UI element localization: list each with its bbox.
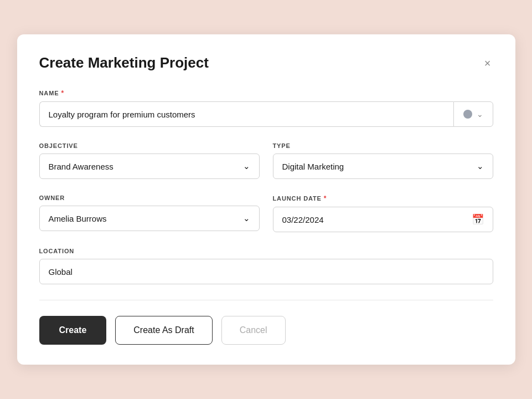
- name-row: ⌄: [39, 101, 493, 127]
- type-select[interactable]: Digital Marketing ⌄: [273, 154, 493, 179]
- color-picker-dropdown[interactable]: ⌄: [453, 101, 493, 127]
- owner-value: Amelia Burrows: [49, 214, 107, 223]
- name-input[interactable]: [39, 101, 453, 127]
- location-section: LOCATION: [39, 248, 493, 284]
- divider: [39, 300, 493, 300]
- owner-chevron-icon: ⌄: [243, 213, 250, 223]
- name-required-star: *: [61, 89, 64, 97]
- type-value: Digital Marketing: [282, 162, 344, 171]
- location-label: LOCATION: [39, 248, 493, 254]
- button-row: Create Create As Draft Cancel: [39, 316, 493, 345]
- owner-label: OWNER: [39, 195, 260, 201]
- owner-group: OWNER Amelia Burrows ⌄: [39, 195, 260, 232]
- objective-type-section: OBJECTIVE Brand Awareness ⌄ TYPE Digital…: [39, 142, 493, 179]
- cancel-button[interactable]: Cancel: [221, 316, 286, 345]
- type-chevron-icon: ⌄: [477, 161, 484, 171]
- objective-label: OBJECTIVE: [39, 142, 260, 149]
- type-label: TYPE: [273, 142, 493, 149]
- create-button[interactable]: Create: [39, 316, 107, 345]
- launch-date-label: LAUNCH DATE *: [273, 195, 493, 202]
- name-label: NAME *: [39, 89, 493, 97]
- modal-dialog: Create Marketing Project × NAME * ⌄ OBJE…: [17, 34, 515, 365]
- close-button[interactable]: ×: [482, 55, 493, 71]
- owner-date-section: OWNER Amelia Burrows ⌄ LAUNCH DATE * 03/…: [39, 195, 493, 232]
- name-section: NAME * ⌄: [39, 89, 493, 127]
- location-input[interactable]: [39, 259, 493, 284]
- modal-overlay: Create Marketing Project × NAME * ⌄ OBJE…: [0, 0, 532, 399]
- create-as-draft-button[interactable]: Create As Draft: [115, 316, 212, 345]
- launch-date-required-star: *: [324, 195, 327, 202]
- objective-chevron-icon: ⌄: [243, 161, 250, 171]
- launch-date-group: LAUNCH DATE * 03/22/2024 📅: [273, 195, 493, 232]
- modal-title: Create Marketing Project: [39, 54, 209, 71]
- type-group: TYPE Digital Marketing ⌄: [273, 142, 493, 179]
- launch-date-value: 03/22/2024: [282, 215, 324, 224]
- objective-value: Brand Awareness: [49, 162, 113, 171]
- modal-header: Create Marketing Project ×: [39, 54, 493, 71]
- objective-group: OBJECTIVE Brand Awareness ⌄: [39, 142, 260, 179]
- owner-select[interactable]: Amelia Burrows ⌄: [39, 206, 260, 231]
- objective-select[interactable]: Brand Awareness ⌄: [39, 154, 260, 179]
- color-dot: [463, 110, 472, 119]
- calendar-icon: 📅: [472, 213, 484, 226]
- chevron-down-icon: ⌄: [477, 110, 483, 119]
- launch-date-input[interactable]: 03/22/2024 📅: [273, 207, 493, 232]
